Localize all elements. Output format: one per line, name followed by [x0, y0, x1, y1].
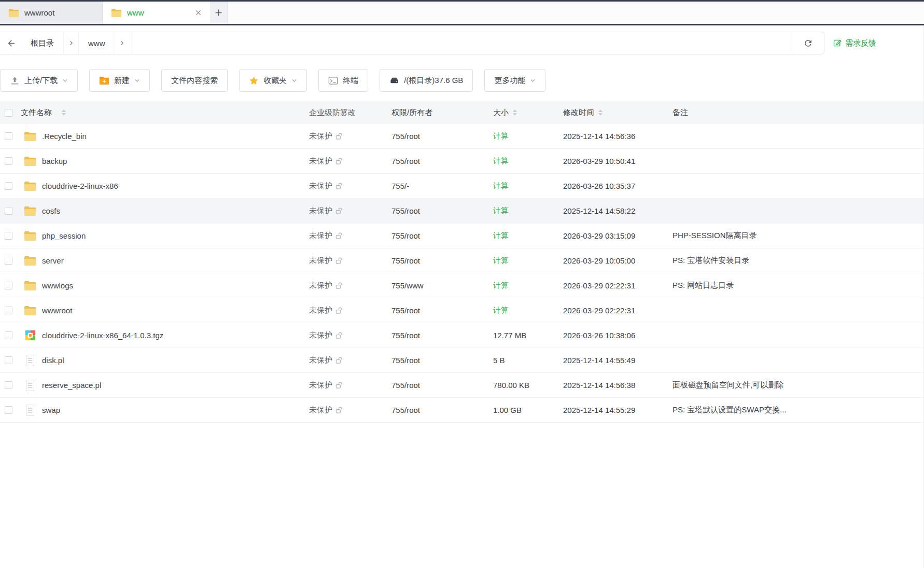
size-value[interactable]: 计算: [493, 206, 509, 215]
lock-open-icon: [335, 331, 343, 339]
folder-icon: [24, 306, 36, 316]
table-row[interactable]: wwwroot 未保护 755/root 计算 2026-03-29 02:22…: [0, 298, 924, 323]
tab-label: wwwroot: [24, 8, 54, 17]
table-row[interactable]: swap 未保护 755/root 1.00 GB 2025-12-14 14:…: [0, 398, 924, 423]
tamper-status: 未保护: [309, 380, 332, 390]
note: PS: 网站日志目录: [673, 281, 924, 290]
size-value[interactable]: 计算: [493, 256, 509, 265]
tab-wwwroot[interactable]: wwwroot: [0, 2, 103, 24]
table-row[interactable]: clouddrive-2-linux-x86_64-1.0.3.tgz 未保护 …: [0, 323, 924, 348]
content-search-button[interactable]: 文件内容搜索: [161, 69, 228, 92]
path-row: 根目录 www 需求反馈: [0, 32, 924, 54]
feedback-link[interactable]: 需求反馈: [833, 38, 876, 48]
column-header-size[interactable]: 大小: [493, 108, 509, 118]
table-row[interactable]: clouddrive-2-linux-x86 未保护 755/- 计算 2026…: [0, 174, 924, 199]
table-row[interactable]: cosfs 未保护 755/root 计算 2025-12-14 14:58:2…: [0, 199, 924, 224]
column-header-mtime[interactable]: 修改时间: [563, 108, 594, 118]
row-checkbox[interactable]: [5, 257, 12, 265]
table-row[interactable]: server 未保护 755/root 计算 2026-03-29 10:05:…: [0, 248, 924, 273]
note: PS: 宝塔默认设置的SWAP交换...: [673, 405, 924, 415]
new-folder-icon: [99, 76, 109, 85]
size-value[interactable]: 计算: [493, 156, 509, 165]
tamper-status: 未保护: [309, 231, 332, 241]
row-checkbox[interactable]: [5, 207, 12, 215]
row-checkbox[interactable]: [5, 157, 12, 165]
folder-icon: [24, 231, 36, 241]
table-header: 文件名称 企业级防篡改 权限/所有者 大小 修改时间 备注: [0, 101, 924, 124]
more-button[interactable]: 更多功能: [484, 69, 545, 92]
row-checkbox[interactable]: [5, 182, 12, 190]
row-checkbox[interactable]: [5, 356, 12, 364]
size-value[interactable]: 计算: [493, 281, 509, 289]
favorites-button[interactable]: 收藏夹: [239, 69, 307, 92]
breadcrumb-root[interactable]: 根目录: [21, 38, 63, 48]
upload-download-button[interactable]: 上传/下载: [0, 69, 78, 92]
select-all-checkbox[interactable]: [5, 109, 12, 117]
sort-icon[interactable]: [513, 109, 517, 116]
sort-icon[interactable]: [598, 109, 603, 116]
table-row[interactable]: .Recycle_bin 未保护 755/root 计算 2025-12-14 …: [0, 124, 924, 149]
file-name[interactable]: backup: [42, 157, 67, 165]
chevron-down-icon: [134, 78, 140, 84]
close-icon[interactable]: [195, 9, 202, 16]
file-name[interactable]: swap: [42, 406, 60, 414]
row-checkbox[interactable]: [5, 381, 12, 389]
permission-owner: 755/root: [391, 331, 493, 340]
refresh-icon: [803, 38, 813, 48]
permission-owner: 755/root: [391, 206, 493, 215]
tamper-status: 未保护: [309, 181, 332, 191]
size-value[interactable]: 计算: [493, 306, 509, 314]
table-row[interactable]: disk.pl 未保护 755/root 5 B 2025-12-14 14:5…: [0, 348, 924, 373]
row-checkbox[interactable]: [5, 132, 12, 140]
breadcrumb-chevron[interactable]: [115, 32, 130, 54]
disk-usage-button[interactable]: /(根目录)37.6 GB: [380, 69, 473, 92]
file-name[interactable]: reserve_space.pl: [42, 381, 101, 390]
table-row[interactable]: backup 未保护 755/root 计算 2026-03-29 10:50:…: [0, 149, 924, 174]
size-value[interactable]: 计算: [493, 131, 509, 140]
size-value: 780.00 KB: [493, 381, 529, 390]
file-name[interactable]: wwwlogs: [42, 281, 73, 290]
size-value: 5 B: [493, 356, 505, 365]
tamper-status: 未保护: [309, 131, 332, 141]
modified-time: 2025-12-14 14:58:22: [563, 206, 673, 215]
table-row[interactable]: wwwlogs 未保护 755/www 计算 2026-03-29 02:22:…: [0, 273, 924, 298]
row-checkbox[interactable]: [5, 406, 12, 414]
terminal-button[interactable]: 终端: [318, 69, 368, 92]
refresh-button[interactable]: [792, 32, 824, 54]
folder-icon: [24, 131, 36, 142]
tamper-status: 未保护: [309, 330, 332, 340]
file-name[interactable]: cosfs: [42, 206, 60, 215]
file-name[interactable]: php_session: [42, 231, 86, 240]
back-button[interactable]: [0, 32, 21, 54]
tab-label: www: [127, 8, 144, 17]
row-checkbox[interactable]: [5, 307, 12, 314]
tab-bar: wwwroot www: [0, 0, 924, 25]
breadcrumb-chevron[interactable]: [63, 32, 79, 54]
chevron-down-icon: [530, 78, 536, 84]
table-row[interactable]: php_session 未保护 755/root 计算 2026-03-29 0…: [0, 224, 924, 248]
size-value[interactable]: 计算: [493, 231, 509, 240]
tab-www[interactable]: www: [103, 2, 210, 24]
file-name[interactable]: .Recycle_bin: [42, 132, 87, 141]
file-name[interactable]: clouddrive-2-linux-x86: [42, 182, 118, 190]
table-row[interactable]: reserve_space.pl 未保护 755/root 780.00 KB …: [0, 373, 924, 398]
new-tab-button[interactable]: [210, 2, 228, 24]
file-name[interactable]: wwwroot: [42, 306, 72, 315]
file-name[interactable]: clouddrive-2-linux-x86_64-1.0.3.tgz: [42, 331, 163, 340]
row-checkbox[interactable]: [5, 232, 12, 240]
row-checkbox[interactable]: [5, 331, 12, 339]
size-value[interactable]: 计算: [493, 181, 509, 190]
path-input-area[interactable]: [130, 32, 792, 54]
file-name[interactable]: server: [42, 256, 64, 265]
folder-icon: [8, 8, 19, 18]
new-button[interactable]: 新建: [89, 69, 150, 92]
permission-owner: 755/root: [391, 132, 493, 141]
file-name[interactable]: disk.pl: [42, 356, 64, 365]
column-header-tamper: 企业级防篡改: [309, 108, 356, 118]
row-checkbox[interactable]: [5, 282, 12, 289]
sort-icon[interactable]: [62, 109, 66, 116]
new-label: 新建: [114, 76, 130, 86]
column-header-name[interactable]: 文件名称: [21, 108, 52, 118]
breadcrumb-www[interactable]: www: [79, 39, 115, 48]
upload-download-label: 上传/下载: [24, 76, 58, 86]
